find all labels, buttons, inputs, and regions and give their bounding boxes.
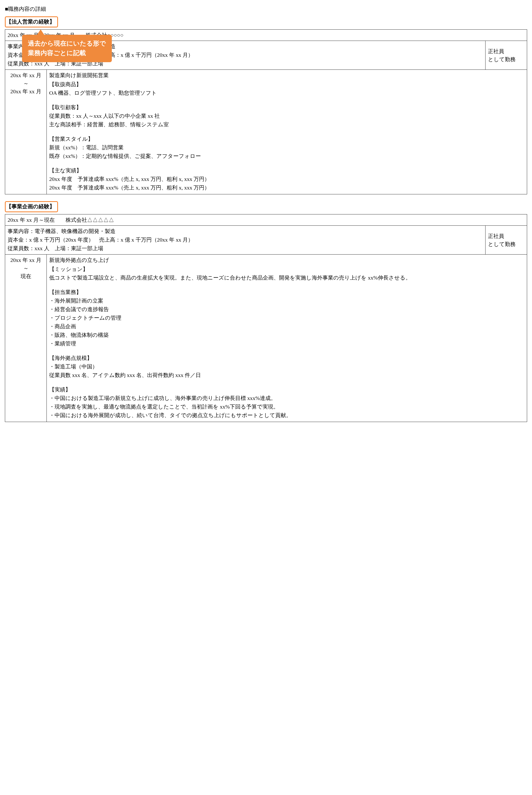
detail-line: ・プロジェクトチームの管理 <box>49 314 525 322</box>
detail-line: ・業績管理 <box>49 340 525 347</box>
detail-line: 20xx 年度 予算達成率 xxx%（売上 x, xxx 万円、粗利 x, xx… <box>49 175 525 183</box>
role-title: 製造業向け新規開拓営業 <box>49 71 525 79</box>
date-line: 20xx 年 xx 月 <box>7 256 44 264</box>
role-title: 新規海外拠点の立ち上げ <box>49 256 525 264</box>
sub-heading-scale: 【海外拠点規模】 <box>49 354 525 362</box>
company-info-line: 従業員数：xxx 人 上場：東証一部上場 <box>7 244 483 252</box>
callout-line: 過去から現在にいたる形で <box>28 39 106 48</box>
job-content: 新規海外拠点の立ち上げ 【ミッション】 低コストで製造工場設立と、商品の生産拡大… <box>47 254 527 422</box>
section-corporate-sales: 【法人営業の経験】 20xx 年 xx 月～20xx 年 xx 月 株式会社○○… <box>5 16 527 194</box>
sub-heading-duties: 【担当業務】 <box>49 288 525 296</box>
planning-table: 20xx 年 xx 月～現在 株式会社△△△△△ 事業内容：電子機器、映像機器の… <box>5 214 527 422</box>
date-range: 20xx 年 xx 月 ～ 20xx 年 xx 月 <box>5 70 47 194</box>
detail-line: 新規（xx%）：電話、訪問営業 <box>49 144 525 152</box>
detail-line: ・商品企画 <box>49 322 525 330</box>
detail-line: ・中国における製造工場の新規立ち上げに成功し、海外事業の売り上げ伸長目標 xxx… <box>49 394 525 402</box>
employment-type: 正社員 として勤務 <box>486 41 527 70</box>
detail-line: ・海外展開計画の立案 <box>49 297 525 305</box>
detail-line: ・現地調査を実施し、最適な物流拠点を選定したことで、当初計画を xx%下回る予算… <box>49 403 525 411</box>
section-heading-planning: 【事業企画の経験】 <box>5 201 58 212</box>
period-company: 20xx 年 xx 月～現在 株式会社△△△△△ <box>5 214 527 226</box>
callout-balloon: 過去から現在にいたる形で 業務内容ごとに記載 <box>22 35 112 62</box>
detail-line: OA 機器、ログ管理ソフト、勤怠管理ソフト <box>49 89 525 97</box>
company-info-line: 資本金：x 億 x 千万円（20xx 年度） 売上高：x 億 x 千万円（20x… <box>7 236 483 244</box>
detail-line: ・製造工場（中国） <box>49 362 525 371</box>
sub-heading-style: 【営業スタイル】 <box>49 135 525 143</box>
detail-line: 従業員数：xx 人～xxx 人以下の中小企業 xx 社 <box>49 112 525 120</box>
sub-heading-results: 【主な実績】 <box>49 167 525 174</box>
detail-line: 主な商談相手：経営層、総務部、情報システム室 <box>49 120 525 129</box>
sub-heading-products: 【取扱商品】 <box>49 80 525 88</box>
employment-type-line: として勤務 <box>488 240 525 248</box>
employment-type-line: として勤務 <box>488 55 525 63</box>
detail-line: 既存（xx%）：定期的な情報提供、ご提案、アフターフォロー <box>49 152 525 160</box>
detail-line: 従業員数 xxx 名、アイテム数約 xxx 名、出荷件数約 xxx 件／日 <box>49 371 525 379</box>
company-info: 事業内容：電子機器、映像機器の開発・製造 資本金：x 億 x 千万円（20xx … <box>5 226 486 254</box>
detail-line: 低コストで製造工場設立と、商品の生産拡大を実現。また、現地ニーズに合わせた商品企… <box>49 273 525 282</box>
date-line: ～ <box>7 264 44 272</box>
date-line: ～ <box>7 79 44 88</box>
page-title: ■職務内容の詳細 <box>5 5 527 13</box>
date-line: 20xx 年 xx 月 <box>7 71 44 79</box>
employment-type: 正社員 として勤務 <box>486 226 527 254</box>
sub-heading-customers: 【取引顧客】 <box>49 103 525 111</box>
job-content: 製造業向け新規開拓営業 【取扱商品】 OA 機器、ログ管理ソフト、勤怠管理ソフト… <box>47 70 527 194</box>
detail-line: ・中国における海外展開が成功し、続いて台湾、タイでの拠点立ち上げにもサポートとし… <box>49 411 525 419</box>
section-business-planning: 【事業企画の経験】 20xx 年 xx 月～現在 株式会社△△△△△ 事業内容：… <box>5 201 527 422</box>
company-info-line: 事業内容：電子機器、映像機器の開発・製造 <box>7 227 483 235</box>
detail-line: ・経営会議での進捗報告 <box>49 305 525 313</box>
sub-heading-achievements: 【実績】 <box>49 385 525 394</box>
callout-line: 業務内容ごとに記載 <box>28 48 106 58</box>
section-heading-sales: 【法人営業の経験】 <box>5 16 58 27</box>
date-line: 現在 <box>7 272 44 280</box>
employment-type-line: 正社員 <box>488 232 525 240</box>
date-line: 20xx 年 xx 月 <box>7 88 44 95</box>
detail-line: ・販路、物流体制の構築 <box>49 331 525 339</box>
sub-heading-mission: 【ミッション】 <box>49 265 525 273</box>
detail-line: 20xx 年度 予算達成率 xxx%（売上 x, xxx 万円、粗利 x, xx… <box>49 184 525 192</box>
date-range: 20xx 年 xx 月 ～ 現在 <box>5 254 47 422</box>
employment-type-line: 正社員 <box>488 47 525 55</box>
